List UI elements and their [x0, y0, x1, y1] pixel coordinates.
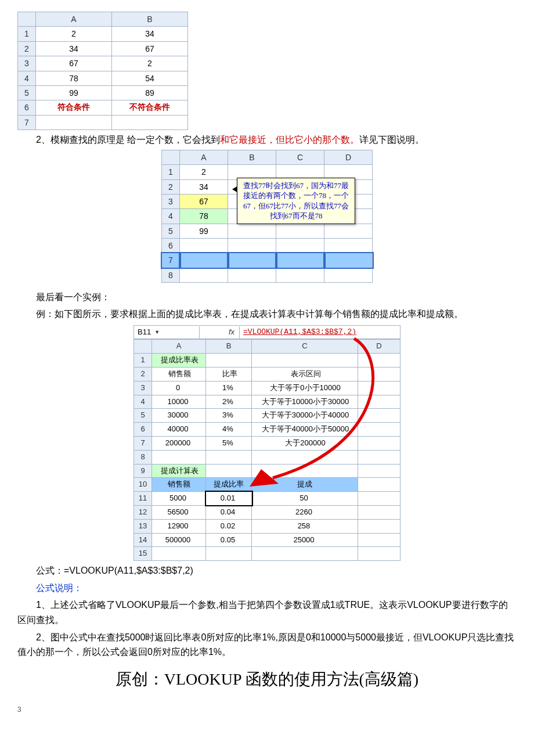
header-rate: 比率	[206, 368, 252, 381]
cell: 78	[36, 71, 112, 85]
cell	[324, 224, 373, 238]
cell: 34	[112, 27, 188, 41]
cell	[358, 478, 400, 492]
cell	[228, 239, 276, 253]
header-sales: 销售额	[152, 478, 206, 492]
cell: 大于200000	[252, 437, 358, 451]
fx-icon[interactable]: fx	[200, 326, 240, 339]
col-header-d: D	[358, 340, 400, 354]
cell	[152, 547, 206, 561]
cell: 54	[112, 71, 188, 85]
cell	[358, 519, 400, 533]
cell	[180, 268, 228, 282]
cell	[358, 395, 400, 409]
figure-3: B11 ▼ fx =VLOOKUP(A11,$A$3:$B$7,2) A B C…	[17, 324, 517, 561]
row-header: 5	[18, 85, 36, 100]
excel-table-1: A B 1234 23467 3672 47854 59989 6符合条件不符合…	[17, 12, 188, 130]
row-header: 5	[134, 409, 152, 423]
col-header-b: B	[112, 12, 188, 27]
formula-text[interactable]: =VLOOKUP(A11,$A$3:$B$7,2)	[240, 326, 360, 339]
row-header: 1	[134, 354, 152, 368]
cell	[358, 547, 400, 561]
cell	[276, 239, 324, 253]
cell: 0.02	[206, 519, 252, 533]
row-header: 11	[134, 492, 152, 506]
row-header: 4	[18, 71, 36, 85]
cell: 4%	[206, 423, 252, 437]
col-header-c: C	[252, 340, 358, 354]
row-header: 1	[18, 27, 36, 41]
paragraph-example-desc: 例：如下图所示，要求根据上面的提成比率表，在提成表计算表中计算每个销售额的提成比…	[17, 307, 517, 322]
col-header-c: C	[276, 150, 324, 164]
cell-condition-match: 符合条件	[36, 100, 112, 115]
cell	[358, 492, 400, 506]
row-header: 7	[18, 115, 36, 129]
cell	[358, 437, 400, 451]
cell: 25000	[252, 533, 358, 547]
cell: 99	[36, 85, 112, 100]
cell	[252, 464, 358, 478]
row-header: 3	[18, 56, 36, 71]
col-header-a: A	[180, 150, 228, 164]
cell: 34	[36, 41, 112, 56]
name-box[interactable]: B11 ▼	[134, 326, 200, 339]
cell: 大于等于30000小于40000	[252, 409, 358, 423]
col-header-a: A	[36, 12, 112, 27]
cell	[36, 115, 112, 129]
cell: 500000	[152, 533, 206, 547]
cell	[276, 268, 324, 282]
cell-selected[interactable]: 0.01	[206, 492, 252, 506]
header-commission-rate: 提成比率	[206, 478, 252, 492]
dropdown-icon[interactable]: ▼	[154, 328, 160, 336]
cell: 30000	[152, 409, 206, 423]
cell	[358, 464, 400, 478]
excel-table-3: A B C D 1提成比率表 2销售额比率表示区间 301%大于等于0小于100…	[134, 339, 400, 561]
cell: 2%	[206, 395, 252, 409]
cell-condition-nomatch: 不符合条件	[112, 100, 188, 115]
row-header: 6	[18, 100, 36, 115]
cell: 0	[152, 381, 206, 395]
cell: 67	[112, 41, 188, 56]
corner-cell	[134, 340, 152, 354]
cell	[276, 253, 324, 268]
cell: 5000	[152, 492, 206, 506]
cell	[358, 533, 400, 547]
text: 2、模糊查找的原理是 给一定个数，它会找到	[36, 135, 220, 145]
cell	[152, 450, 206, 464]
cell	[358, 450, 400, 464]
row-header: 6	[162, 239, 180, 253]
row-header: 8	[162, 268, 180, 282]
col-header-b: B	[228, 150, 276, 164]
paragraph-explanation-1: 1、上述公式省略了VLOOKUP最后一个参数,相当于把第四个参数设置成1或TRU…	[17, 597, 517, 627]
cell: 1%	[206, 381, 252, 395]
row-header: 5	[162, 224, 180, 238]
cell: 2260	[252, 505, 358, 519]
cell: 200000	[152, 437, 206, 451]
row-header: 15	[134, 547, 152, 561]
cell	[206, 547, 252, 561]
row-header-selected: 7	[162, 253, 180, 268]
cell: 5%	[206, 437, 252, 451]
cell	[228, 253, 276, 268]
col-header-a: A	[152, 340, 206, 354]
row-header: 3	[134, 381, 152, 395]
row-header: 4	[162, 209, 180, 224]
paragraph-formula: 公式：=VLOOKUP(A11,$A$3:$B$7,2)	[17, 563, 517, 578]
heading-advanced: 原创：VLOOKUP 函数的使用方法(高级篇)	[17, 667, 517, 693]
header-range: 表示区间	[252, 368, 358, 381]
section-title-rates: 提成比率表	[152, 354, 206, 368]
row-header: 14	[134, 533, 152, 547]
cell	[252, 354, 358, 368]
row-header: 8	[134, 450, 152, 464]
formula-bar: B11 ▼ fx =VLOOKUP(A11,$A$3:$B$7,2)	[134, 325, 400, 339]
text: 详见下图说明。	[359, 135, 424, 145]
cell	[206, 354, 252, 368]
cell	[252, 547, 358, 561]
cell	[358, 368, 400, 381]
cell	[324, 239, 373, 253]
cell: 67	[36, 56, 112, 71]
text-red: 和它最接近，但比它小的那个数。	[220, 135, 359, 145]
callout-box: 查找77时会找到67，国为和77最接近的有两个数，一个78，一个67，但67比7…	[237, 178, 355, 224]
row-header: 2	[162, 179, 180, 194]
cell	[276, 224, 324, 238]
